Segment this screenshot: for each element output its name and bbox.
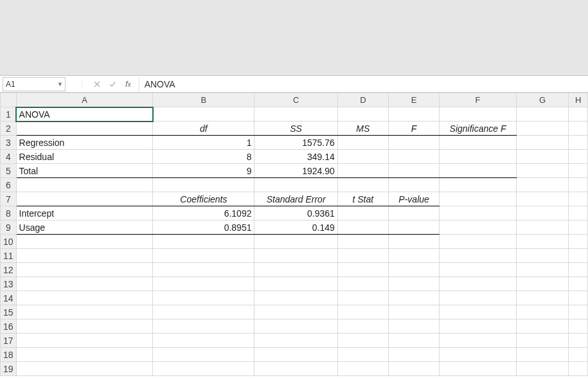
cell-F19[interactable] — [440, 362, 516, 376]
cell-A2[interactable] — [16, 122, 153, 136]
cell-E4[interactable] — [388, 150, 439, 164]
cell-F11[interactable] — [440, 249, 516, 263]
cell-B19[interactable] — [153, 362, 254, 376]
cell-A1[interactable]: ANOVA — [16, 107, 153, 122]
cell-B17[interactable] — [153, 334, 254, 348]
row-header-18[interactable]: 18 — [1, 348, 17, 362]
row-header-11[interactable]: 11 — [1, 249, 17, 263]
cell-H10[interactable] — [569, 235, 588, 249]
cell-G16[interactable] — [516, 320, 568, 334]
cell-C11[interactable] — [254, 249, 337, 263]
cell-H5[interactable] — [569, 164, 588, 178]
cell-A9[interactable]: Usage — [16, 221, 153, 235]
cell-B8[interactable]: 6.1092 — [153, 206, 254, 221]
cell-H9[interactable] — [569, 221, 588, 235]
cell-B18[interactable] — [153, 348, 254, 362]
cell-H2[interactable] — [569, 122, 588, 136]
cell-C16[interactable] — [254, 320, 337, 334]
col-header-C[interactable]: C — [254, 93, 337, 107]
cell-A4[interactable]: Residual — [16, 150, 153, 164]
cell-G3[interactable] — [516, 136, 568, 150]
cell-D3[interactable] — [337, 136, 388, 150]
cell-C10[interactable] — [254, 235, 337, 249]
cell-C2[interactable]: SS — [254, 122, 337, 136]
cell-C19[interactable] — [254, 362, 337, 376]
cell-A5[interactable]: Total — [16, 164, 153, 178]
cell-E19[interactable] — [388, 362, 439, 376]
cell-H7[interactable] — [569, 192, 588, 206]
cell-B5[interactable]: 9 — [153, 164, 254, 178]
cell-F3[interactable] — [440, 136, 516, 150]
cell-F8[interactable] — [440, 206, 516, 221]
cell-E13[interactable] — [388, 277, 439, 291]
cell-D4[interactable] — [337, 150, 388, 164]
cell-C14[interactable] — [254, 291, 337, 305]
cell-A7[interactable] — [16, 192, 153, 206]
cell-H3[interactable] — [569, 136, 588, 150]
cancel-icon[interactable] — [93, 80, 101, 88]
cell-B14[interactable] — [153, 291, 254, 305]
cell-G5[interactable] — [516, 164, 568, 178]
cell-F7[interactable] — [440, 192, 516, 206]
cell-A12[interactable] — [16, 263, 153, 277]
row-header-17[interactable]: 17 — [1, 334, 17, 348]
cell-B7[interactable]: Coefficients — [153, 192, 254, 206]
cell-D10[interactable] — [337, 235, 388, 249]
cell-B12[interactable] — [153, 263, 254, 277]
formula-input[interactable] — [139, 77, 588, 91]
spreadsheet-grid[interactable]: A B C D E F G H 1 ANOVA 2 df SS MS F Sig… — [0, 93, 588, 376]
cell-H11[interactable] — [569, 249, 588, 263]
col-header-H[interactable]: H — [569, 93, 588, 107]
cell-B13[interactable] — [153, 277, 254, 291]
cell-F2[interactable]: Significance F — [440, 122, 516, 136]
cell-G4[interactable] — [516, 150, 568, 164]
cell-H13[interactable] — [569, 277, 588, 291]
cell-F15[interactable] — [440, 305, 516, 320]
row-header-12[interactable]: 12 — [1, 263, 17, 277]
cell-F4[interactable] — [440, 150, 516, 164]
col-header-D[interactable]: D — [337, 93, 388, 107]
cell-E8[interactable] — [388, 206, 439, 221]
name-box[interactable]: A1 ▼ — [3, 77, 66, 91]
cell-G14[interactable] — [516, 291, 568, 305]
cell-C7[interactable]: Standard Error — [254, 192, 337, 206]
cell-F5[interactable] — [440, 164, 516, 178]
row-header-7[interactable]: 7 — [1, 192, 17, 206]
cell-D14[interactable] — [337, 291, 388, 305]
row-header-8[interactable]: 8 — [1, 206, 17, 221]
cell-A16[interactable] — [16, 320, 153, 334]
cell-E6[interactable] — [388, 178, 439, 192]
cell-G2[interactable] — [516, 122, 568, 136]
cell-E2[interactable]: F — [388, 122, 439, 136]
cell-B11[interactable] — [153, 249, 254, 263]
cell-E14[interactable] — [388, 291, 439, 305]
cell-F14[interactable] — [440, 291, 516, 305]
cell-G11[interactable] — [516, 249, 568, 263]
col-header-G[interactable]: G — [516, 93, 568, 107]
cell-A6[interactable] — [16, 178, 153, 192]
cell-C9[interactable]: 0.149 — [254, 221, 337, 235]
cell-A3[interactable]: Regression — [16, 136, 153, 150]
cell-C12[interactable] — [254, 263, 337, 277]
cell-E1[interactable] — [388, 107, 439, 122]
cell-G10[interactable] — [516, 235, 568, 249]
cell-D15[interactable] — [337, 305, 388, 320]
cell-C17[interactable] — [254, 334, 337, 348]
cell-D12[interactable] — [337, 263, 388, 277]
cell-D1[interactable] — [337, 107, 388, 122]
row-header-2[interactable]: 2 — [1, 122, 17, 136]
cell-H12[interactable] — [569, 263, 588, 277]
cell-D9[interactable] — [337, 221, 388, 235]
cell-D16[interactable] — [337, 320, 388, 334]
cell-H15[interactable] — [569, 305, 588, 320]
cell-H1[interactable] — [569, 107, 588, 122]
cell-G19[interactable] — [516, 362, 568, 376]
cell-G17[interactable] — [516, 334, 568, 348]
cell-G6[interactable] — [516, 178, 568, 192]
cell-D13[interactable] — [337, 277, 388, 291]
row-header-4[interactable]: 4 — [1, 150, 17, 164]
cell-A15[interactable] — [16, 305, 153, 320]
cell-C8[interactable]: 0.9361 — [254, 206, 337, 221]
cell-D2[interactable]: MS — [337, 122, 388, 136]
cell-G13[interactable] — [516, 277, 568, 291]
